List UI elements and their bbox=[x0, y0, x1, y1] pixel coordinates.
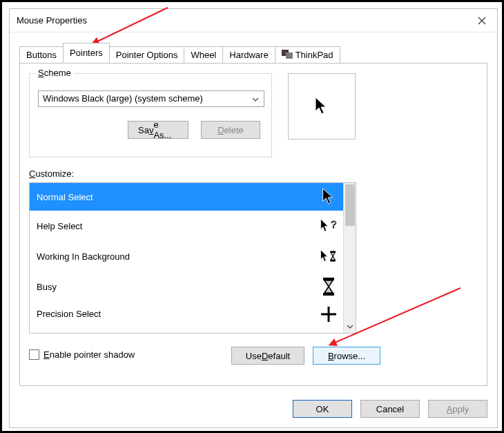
tab-pointer-options[interactable]: Pointer Options bbox=[109, 46, 185, 64]
list-item-label: Working In Background bbox=[37, 251, 130, 262]
save-as-button[interactable]: Save As... bbox=[128, 121, 188, 139]
scrollbar-thumb[interactable] bbox=[345, 184, 355, 226]
list-item[interactable]: Help Select ? bbox=[30, 211, 343, 241]
tab-wheel[interactable]: Wheel bbox=[184, 46, 223, 64]
cancel-button[interactable]: Cancel bbox=[360, 400, 420, 418]
svg-text:?: ? bbox=[331, 219, 336, 230]
customize-listbox[interactable]: Normal Select Help Select ? Working In B… bbox=[29, 182, 356, 334]
tab-strip: Buttons Pointers Pointer Options Wheel H… bbox=[19, 45, 487, 63]
chevron-down-icon bbox=[251, 94, 260, 104]
tab-buttons[interactable]: Buttons bbox=[19, 46, 64, 64]
checkbox-box[interactable] bbox=[29, 349, 39, 360]
scheme-dropdown[interactable]: Windows Black (large) (system scheme) bbox=[38, 90, 264, 107]
svg-point-2 bbox=[284, 52, 285, 53]
mouse-properties-dialog: Mouse Properties Buttons Pointers Pointe… bbox=[9, 8, 498, 428]
scrollbar-down-button[interactable] bbox=[344, 320, 356, 333]
list-item-label: Precision Select bbox=[37, 309, 101, 319]
window-title: Mouse Properties bbox=[17, 15, 87, 26]
use-default-button[interactable]: Use Default bbox=[231, 347, 304, 365]
cursor-working-icon bbox=[320, 247, 338, 265]
browse-button[interactable]: Browse... bbox=[313, 347, 380, 365]
list-item[interactable]: Normal Select bbox=[30, 183, 343, 211]
list-item[interactable]: Working In Background bbox=[30, 241, 343, 271]
apply-button: Apply bbox=[428, 400, 487, 418]
scheme-legend: Scheme bbox=[35, 68, 74, 78]
list-item-label: Normal Select bbox=[37, 192, 93, 202]
close-button[interactable] bbox=[467, 9, 497, 32]
ok-button[interactable]: OK bbox=[293, 400, 352, 418]
delete-button: Delete bbox=[201, 121, 260, 139]
svg-rect-7 bbox=[323, 293, 334, 296]
tab-thinkpad[interactable]: ThinkPad bbox=[275, 46, 340, 64]
tab-pointers[interactable]: Pointers bbox=[63, 43, 110, 63]
cursor-crosshair-icon bbox=[320, 305, 338, 323]
enable-pointer-shadow-checkbox[interactable]: Enable pointer shadow bbox=[29, 349, 135, 360]
scheme-selected-value: Windows Black (large) (system scheme) bbox=[43, 93, 203, 104]
cursor-arrow-icon bbox=[314, 96, 329, 117]
cursor-help-icon: ? bbox=[320, 217, 338, 235]
svg-rect-1 bbox=[286, 52, 293, 59]
scheme-groupbox: Scheme Windows Black (large) (system sch… bbox=[29, 73, 272, 157]
list-item[interactable]: Busy bbox=[30, 271, 343, 302]
dialog-buttons: OK Cancel Apply bbox=[293, 400, 487, 418]
customize-label: Customize: bbox=[29, 169, 74, 179]
cursor-hourglass-icon bbox=[320, 278, 338, 296]
cursor-arrow-icon bbox=[320, 188, 338, 206]
thinkpad-icon bbox=[282, 50, 293, 59]
list-item[interactable]: Precision Select bbox=[30, 302, 343, 326]
title-bar: Mouse Properties bbox=[10, 9, 497, 32]
list-item-label: Busy bbox=[37, 282, 57, 292]
pointer-preview bbox=[288, 73, 356, 139]
listbox-scrollbar[interactable] bbox=[343, 183, 356, 333]
chevron-down-icon bbox=[347, 323, 353, 330]
tab-page-pointers: Scheme Windows Black (large) (system sch… bbox=[19, 63, 487, 386]
tab-hardware[interactable]: Hardware bbox=[222, 46, 275, 64]
close-icon bbox=[478, 17, 486, 25]
list-item-label: Help Select bbox=[37, 221, 82, 231]
svg-rect-5 bbox=[330, 260, 336, 261]
